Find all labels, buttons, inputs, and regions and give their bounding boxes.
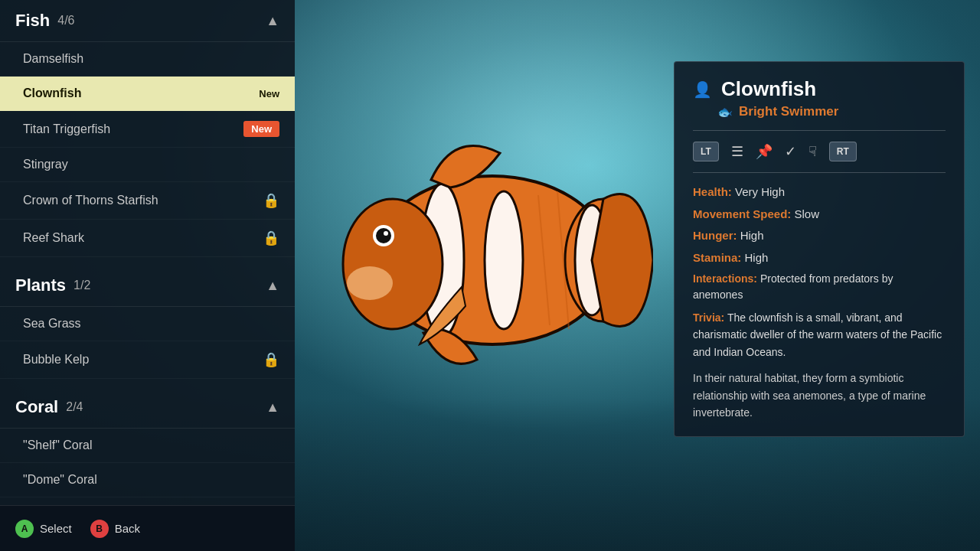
fish-chevron-icon: ▲ — [266, 13, 279, 29]
select-label: Select — [40, 522, 72, 535]
list-item-stingray[interactable]: Stingray — [0, 148, 295, 182]
stat-movement-speed: Movement Speed: Slow — [693, 206, 946, 223]
list-item-reef-shark[interactable]: Reef Shark 🔒 — [0, 220, 295, 257]
back-label: Back — [115, 522, 140, 535]
dome-coral-label: "Dome" Coral — [23, 473, 97, 487]
stat-hunger: Hunger: High — [693, 227, 946, 245]
list-item-bubble-kelp[interactable]: Bubble Kelp 🔒 — [0, 341, 295, 379]
trivia-text: Trivia: The clownfish is a small, vibran… — [693, 309, 946, 360]
plants-category-title: Plants — [15, 276, 66, 295]
reef-shark-label: Reef Shark — [23, 231, 84, 245]
list-item-shelf-coral[interactable]: "Shelf" Coral — [0, 429, 295, 463]
hunger-value: High — [740, 229, 764, 242]
pin-icon[interactable]: 📌 — [756, 143, 773, 160]
clownfish-illustration — [332, 107, 653, 398]
plants-category-count: 1/2 — [74, 279, 90, 292]
sidebar: Fish 4/6 ▲ Damselfish Clownfish New Tita… — [0, 0, 295, 551]
shelf-coral-label: "Shelf" Coral — [23, 439, 93, 452]
list-icon[interactable]: ☰ — [731, 143, 743, 160]
plants-category-header[interactable]: Plants 1/2 ▲ — [0, 265, 295, 307]
clownfish-label: Clownfish — [23, 86, 81, 100]
a-button[interactable]: A — [15, 520, 34, 538]
detail-subtitle-text: Bright Swimmer — [739, 104, 838, 119]
hunger-label: Hunger: — [693, 229, 737, 242]
coral-category-count: 2/4 — [66, 400, 83, 414]
fish-category-title: Fish — [15, 11, 50, 31]
lt-button[interactable]: LT — [693, 142, 719, 161]
fish-category-header[interactable]: Fish 4/6 ▲ — [0, 0, 295, 42]
list-item-titan-triggerfish[interactable]: Titan Triggerfish New — [0, 111, 295, 148]
list-item-damselfish[interactable]: Damselfish — [0, 42, 295, 77]
hand-icon[interactable]: ☟ — [808, 143, 817, 160]
detail-subtitle-row: 🐟 Bright Swimmer — [693, 104, 946, 119]
bubble-kelp-label: Bubble Kelp — [23, 353, 89, 367]
titan-triggerfish-label: Titan Triggerfish — [23, 122, 110, 136]
detail-panel: 👤 Clownfish 🐟 Bright Swimmer LT ☰ 📌 ✓ ☟ … — [674, 61, 965, 437]
movement-speed-label: Movement Speed: — [693, 207, 791, 220]
trivia-value: The clownfish is a small, vibrant, and c… — [693, 311, 942, 358]
clownfish-new-badge: New — [259, 88, 279, 99]
list-item-dome-coral[interactable]: "Dome" Coral — [0, 463, 295, 497]
b-button[interactable]: B — [90, 520, 109, 538]
svg-point-15 — [384, 231, 388, 236]
divider-top — [693, 130, 946, 131]
reef-shark-lock-icon: 🔒 — [263, 230, 279, 246]
select-action[interactable]: A Select — [15, 520, 72, 538]
stat-interactions: Interactions: Protected from predators b… — [693, 271, 946, 303]
fish-subtitle-icon: 🐟 — [717, 105, 733, 119]
coral-category-title: Coral — [15, 397, 58, 417]
health-value: Very High — [735, 185, 785, 198]
crown-of-thorns-lock-icon: 🔒 — [263, 192, 279, 209]
titan-triggerfish-new-badge: New — [243, 121, 279, 137]
coral-category-header[interactable]: Coral 2/4 ▲ — [0, 386, 295, 429]
creature-icon: 👤 — [693, 80, 712, 99]
movement-speed-value: Slow — [795, 207, 820, 220]
damselfish-label: Damselfish — [23, 52, 83, 66]
controller-row: LT ☰ 📌 ✓ ☟ RT — [693, 142, 946, 161]
health-label: Health: — [693, 185, 732, 198]
svg-point-12 — [347, 266, 393, 300]
interactions-label: Interactions: — [693, 272, 757, 285]
crown-of-thorns-label: Crown of Thorns Starfish — [23, 194, 158, 207]
check-icon[interactable]: ✓ — [785, 143, 796, 160]
stamina-value: High — [745, 251, 769, 264]
plants-chevron-icon: ▲ — [266, 278, 279, 294]
detail-title: Clownfish — [721, 77, 816, 101]
fish-category-count: 4/6 — [57, 14, 74, 28]
bottom-action-bar: A Select B Back — [0, 505, 295, 551]
detail-title-row: 👤 Clownfish — [693, 77, 946, 101]
list-item-sea-grass[interactable]: Sea Grass — [0, 307, 295, 341]
back-action[interactable]: B Back — [90, 520, 140, 538]
stat-health: Health: Very High — [693, 184, 946, 201]
sea-grass-label: Sea Grass — [23, 317, 81, 331]
svg-point-14 — [376, 228, 391, 243]
stat-stamina: Stamina: High — [693, 249, 946, 267]
body-text: In their natural habitat, they form a sy… — [693, 370, 946, 421]
stingray-label: Stingray — [23, 158, 68, 171]
stamina-label: Stamina: — [693, 251, 741, 264]
bubble-kelp-lock-icon: 🔒 — [263, 351, 279, 368]
list-item-crown-of-thorns[interactable]: Crown of Thorns Starfish 🔒 — [0, 182, 295, 220]
fish-display-area — [295, 0, 689, 505]
divider-bottom — [693, 172, 946, 173]
rt-button[interactable]: RT — [829, 142, 857, 161]
coral-chevron-icon: ▲ — [266, 399, 279, 416]
list-item-clownfish[interactable]: Clownfish New — [0, 77, 295, 111]
trivia-label: Trivia: — [693, 311, 724, 324]
